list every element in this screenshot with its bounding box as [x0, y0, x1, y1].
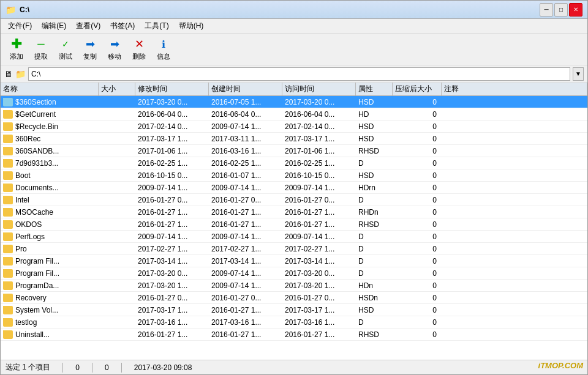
- file-modified-cell: 2016-01-27 0...: [135, 196, 209, 204]
- col-header-created[interactable]: 创建时间: [209, 83, 282, 95]
- file-name-cell: Program Fil...: [1, 269, 99, 278]
- delete-label: 删除: [132, 52, 146, 61]
- file-compressed-cell: 0: [393, 330, 442, 339]
- table-row[interactable]: Program Fil... 2017-03-14 1... 2017-03-1…: [1, 255, 587, 267]
- file-compressed-cell: 0: [393, 208, 442, 217]
- info-button[interactable]: ℹ 信息: [153, 36, 175, 62]
- file-created-cell: 2017-03-14 1...: [209, 257, 282, 265]
- status-selected: 选定 1 个项目: [6, 362, 50, 373]
- folder-icon: [3, 220, 13, 229]
- status-bar: 选定 1 个项目 0 0 2017-03-20 09:08: [1, 360, 587, 374]
- file-accessed-cell: 2017-03-17 1...: [282, 135, 356, 143]
- file-modified-cell: 2009-07-14 1...: [135, 232, 209, 241]
- file-name: Uninstall...: [15, 330, 50, 339]
- close-button[interactable]: ✕: [569, 3, 582, 17]
- table-row[interactable]: 360SANDB... 2017-01-06 1... 2016-03-16 1…: [1, 145, 587, 157]
- test-button[interactable]: ✓ 测试: [55, 36, 77, 62]
- file-name: OKDOS: [15, 220, 42, 229]
- table-row[interactable]: 7d9d931b3... 2016-02-25 1... 2016-02-25 …: [1, 157, 587, 169]
- file-name-cell: System Vol...: [1, 306, 99, 314]
- table-row[interactable]: Recovery 2016-01-27 0... 2016-01-27 0...…: [1, 292, 587, 304]
- file-name-cell: ProgramDa...: [1, 281, 99, 290]
- col-header-comment[interactable]: 注释: [442, 83, 587, 95]
- window-title: C:\: [20, 6, 29, 14]
- table-row[interactable]: Uninstall... 2016-01-27 1... 2016-01-27 …: [1, 329, 587, 341]
- table-row[interactable]: $Recycle.Bin 2017-02-14 0... 2009-07-14 …: [1, 121, 587, 133]
- file-compressed-cell: 0: [393, 269, 442, 278]
- folder-icon: [3, 184, 13, 192]
- minimize-button[interactable]: ─: [540, 3, 553, 17]
- file-name-cell: $360Section: [1, 98, 99, 106]
- table-row[interactable]: MSOCache 2016-01-27 1... 2016-01-27 1...…: [1, 206, 587, 218]
- file-compressed-cell: 0: [393, 245, 442, 253]
- delete-button[interactable]: ✕ 删除: [128, 36, 150, 62]
- file-accessed-cell: 2016-01-27 0...: [282, 196, 356, 204]
- table-row[interactable]: Intel 2016-01-27 0... 2016-01-27 0... 20…: [1, 194, 587, 206]
- file-name: Boot: [15, 171, 31, 180]
- extract-button[interactable]: ─ 提取: [30, 36, 52, 62]
- col-header-size[interactable]: 大小: [99, 83, 135, 95]
- add-button[interactable]: ✚ 添加: [6, 36, 28, 62]
- file-compressed-cell: 0: [393, 318, 442, 327]
- maximize-button[interactable]: □: [554, 3, 568, 17]
- col-header-attr[interactable]: 属性: [356, 83, 393, 95]
- file-modified-cell: 2016-01-27 1...: [135, 330, 209, 339]
- file-compressed-cell: 0: [393, 220, 442, 229]
- status-divider-1: [62, 363, 63, 373]
- file-name: 7d9d931b3...: [15, 159, 58, 168]
- file-created-cell: 2009-07-14 1...: [209, 269, 282, 278]
- file-attr-cell: D: [356, 232, 393, 241]
- file-attr-cell: HSD: [356, 306, 393, 314]
- menu-tools[interactable]: 工具(T): [140, 20, 173, 32]
- folder-icon: [3, 196, 13, 204]
- file-compressed-cell: 0: [393, 110, 442, 119]
- col-header-accessed[interactable]: 访问时间: [282, 83, 356, 95]
- col-header-name[interactable]: 名称: [1, 83, 99, 95]
- table-row[interactable]: $GetCurrent 2016-06-04 0... 2016-06-04 0…: [1, 108, 587, 121]
- col-header-modified[interactable]: 修改时间: [135, 83, 209, 95]
- table-row[interactable]: System Vol... 2017-03-17 1... 2016-01-27…: [1, 304, 587, 316]
- file-list-container: 名称 大小 修改时间 创建时间 访问时间 属性 压缩后大小 注释 $360Sec…: [1, 83, 587, 360]
- toolbar: ✚ 添加 ─ 提取 ✓ 测试 ➡ 复制 ➡ 移动 ✕ 删除 ℹ 信息: [1, 34, 587, 65]
- menu-file[interactable]: 文件(F): [3, 20, 37, 32]
- address-dropdown-button[interactable]: ▼: [573, 67, 584, 81]
- menu-bookmarks[interactable]: 书签(A): [105, 20, 140, 32]
- table-row[interactable]: Program Fil... 2017-03-20 0... 2009-07-1…: [1, 267, 587, 280]
- file-accessed-cell: 2017-02-14 0...: [282, 122, 356, 131]
- table-row[interactable]: OKDOS 2016-01-27 1... 2016-01-27 1... 20…: [1, 218, 587, 231]
- nav-back-icon[interactable]: 🖥: [4, 69, 13, 79]
- title-controls: ─ □ ✕: [540, 3, 582, 17]
- file-modified-cell: 2016-06-04 0...: [135, 110, 209, 119]
- file-accessed-cell: 2016-10-15 0...: [282, 171, 356, 180]
- folder-icon: [3, 122, 13, 131]
- table-row[interactable]: Pro 2017-02-27 1... 2017-02-27 1... 2017…: [1, 243, 587, 255]
- col-header-compressed[interactable]: 压缩后大小: [393, 83, 442, 95]
- table-row[interactable]: testlog 2017-03-16 1... 2017-03-16 1... …: [1, 316, 587, 329]
- address-input[interactable]: [28, 67, 570, 81]
- file-accessed-cell: 2016-02-25 1...: [282, 159, 356, 168]
- file-attr-cell: D: [356, 159, 393, 168]
- file-name-cell: Documents...: [1, 184, 99, 192]
- menu-view[interactable]: 查看(V): [71, 20, 105, 32]
- file-name-cell: $Recycle.Bin: [1, 122, 99, 131]
- table-row[interactable]: $360Section 2017-03-20 0... 2016-07-05 1…: [1, 96, 587, 108]
- table-row[interactable]: ProgramDa... 2017-03-20 1... 2009-07-14 …: [1, 280, 587, 292]
- copy-button[interactable]: ➡ 复制: [79, 36, 101, 62]
- file-modified-cell: 2016-01-27 1...: [135, 208, 209, 217]
- move-button[interactable]: ➡ 移动: [104, 36, 126, 62]
- address-bar: 🖥 📁 ▼: [1, 65, 587, 83]
- table-row[interactable]: Boot 2016-10-15 0... 2016-01-07 1... 201…: [1, 169, 587, 182]
- table-row[interactable]: Documents... 2009-07-14 1... 2009-07-14 …: [1, 182, 587, 194]
- file-created-cell: 2009-07-14 1...: [209, 232, 282, 241]
- file-accessed-cell: 2009-07-14 1...: [282, 184, 356, 192]
- menu-help[interactable]: 帮助(H): [174, 20, 209, 32]
- status-divider-2: [92, 363, 92, 373]
- file-name: Pro: [15, 245, 27, 253]
- table-row[interactable]: PerfLogs 2009-07-14 1... 2009-07-14 1...…: [1, 231, 587, 243]
- menu-edit[interactable]: 编辑(E): [37, 20, 71, 32]
- file-list-body[interactable]: $360Section 2017-03-20 0... 2016-07-05 1…: [1, 96, 587, 360]
- folder-icon: [3, 269, 13, 278]
- file-compressed-cell: 0: [393, 232, 442, 241]
- table-row[interactable]: 360Rec 2017-03-17 1... 2017-03-11 1... 2…: [1, 133, 587, 145]
- file-created-cell: 2009-07-14 1...: [209, 184, 282, 192]
